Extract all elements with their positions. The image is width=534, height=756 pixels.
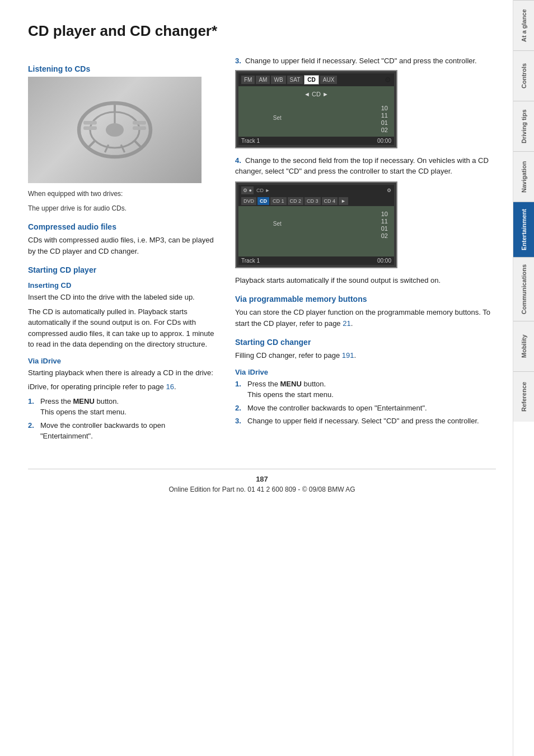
page-title: CD player and CD changer*	[28, 22, 496, 40]
step-text-2: Move the controller backwards to open "E…	[40, 420, 218, 442]
page-link-191[interactable]: 191	[342, 351, 354, 360]
tab-sat: SAT	[287, 76, 303, 84]
list-item: 2. Move the controller backwards to open…	[28, 420, 218, 442]
page-link-21[interactable]: 21	[343, 319, 350, 328]
screen-body-2: Set 10 11 01 02	[238, 206, 394, 256]
num-10: 10	[381, 105, 388, 111]
via-idrive-intro: Starting playback when there is already …	[28, 367, 218, 379]
screen-row-1: Set 10 11 01 02	[242, 104, 391, 133]
page-link-16[interactable]: 16	[166, 382, 174, 391]
step-text-1: Press the MENU button.This opens the sta…	[40, 396, 218, 418]
image-caption-line1: When equipped with two drives:	[28, 189, 218, 199]
step-r-text-1: Press the MENU button.This opens the sta…	[247, 379, 496, 400]
track-label-2: Track 1	[241, 258, 260, 264]
num2-10: 10	[381, 211, 388, 217]
screen-mockup-1: FM AM WB SAT CD AUX ⚙ ◄ CD ► Set	[235, 70, 397, 148]
tab2-cd4: CD 4	[322, 197, 338, 205]
screen-numbers-2: 10 11 01 02	[317, 209, 391, 239]
tab-am: AM	[256, 76, 270, 84]
screen-icon-1: ⚙	[385, 76, 391, 84]
num2-02: 02	[381, 232, 388, 239]
tab-wb: WB	[271, 76, 285, 84]
set-label-1: Set	[242, 115, 313, 121]
sidebar-tab-mobility[interactable]: Mobility	[513, 321, 534, 371]
list-item: 1. Press the MENU button.This opens the …	[28, 396, 218, 418]
num-11: 11	[381, 112, 388, 119]
inserting-text2: The CD is automatically pulled in. Playb…	[28, 306, 218, 350]
listening-heading: Listening to CDs	[28, 64, 218, 73]
screen-numbers-1: 10 11 01 02	[317, 104, 391, 133]
sidebar-tab-reference[interactable]: Reference	[513, 371, 534, 422]
step-num-2: 2.	[28, 420, 37, 442]
screen-track-bar-2: Track 1 00:00	[238, 256, 394, 265]
compressed-heading: Compressed audio files	[28, 222, 218, 231]
right-column: 3. Change to upper field if necessary. S…	[235, 55, 496, 446]
svg-point-9	[106, 123, 124, 137]
list-item-r3: 3. Change to upper field if necessary. S…	[235, 416, 496, 427]
sidebar-tab-controls[interactable]: Controls	[513, 50, 534, 101]
step-r-num-2: 2.	[235, 403, 244, 414]
svg-rect-6	[83, 127, 97, 130]
playback-text: Playback starts automatically if the sou…	[235, 275, 496, 286]
num2-11: 11	[381, 218, 388, 225]
list-item-r2: 2. Move the controller backwards to open…	[235, 403, 496, 414]
tab-fm: FM	[241, 76, 255, 84]
sidebar-tab-navigation[interactable]: Navigation	[513, 151, 534, 202]
screen-set-area-1: Set	[242, 104, 313, 121]
tab2-arrow: ►	[339, 197, 348, 205]
screen-body-1: ◄ CD ► Set 10 11 01 02	[238, 86, 394, 137]
tab2-right-icon: ⚙	[387, 188, 391, 193]
footer: 187 Online Edition for Part no. 01 41 2 …	[28, 469, 496, 493]
step4-text: 4. Change to the second field from the t…	[235, 155, 496, 177]
via-idrive-heading: Via iDrive	[28, 357, 218, 365]
inserting-text1: Insert the CD into the drive with the la…	[28, 292, 218, 303]
idrive-ref: iDrive, for operating principle refer to…	[28, 381, 218, 393]
svg-line-3	[88, 141, 95, 148]
tab2-cd-nav: CD ►	[255, 186, 271, 194]
track-time-1: 00:00	[377, 138, 391, 144]
num-02: 02	[381, 127, 388, 133]
footer-text: Online Edition for Part no. 01 41 2 600 …	[168, 486, 355, 493]
steps-left-list: 1. Press the MENU button.This opens the …	[28, 396, 218, 442]
svg-rect-7	[133, 121, 146, 124]
tab-aux: AUX	[320, 76, 338, 84]
tab2-cd3: CD 3	[305, 197, 321, 205]
svg-line-4	[135, 141, 142, 148]
track-label-1: Track 1	[241, 138, 260, 144]
car-image	[28, 77, 202, 183]
cd-nav-row-1: ◄ CD ►	[242, 90, 391, 99]
screen-tab-row-2: DVD CD CD 1 CD 2 CD 3 CD 4 ►	[238, 196, 394, 206]
tab2-cd1: CD 1	[270, 197, 287, 205]
sidebar-tab-driving-tips[interactable]: Driving tips	[513, 101, 534, 151]
screen-mockup-2: ⚙ ● CD ► ⚙ DVD CD CD 1 CD 2 CD 3 CD 4 ►	[235, 181, 397, 268]
page-number: 187	[28, 475, 496, 483]
step3-text: 3. Change to upper field if necessary. S…	[235, 55, 496, 67]
step-r-text-3: Change to upper field if necessary. Sele…	[247, 416, 496, 427]
num2-01: 01	[381, 225, 388, 232]
tab2-dvd: DVD	[241, 197, 256, 205]
via-programmable-heading: Via programmable memory buttons	[235, 295, 496, 304]
screen-set-area-2: Set	[242, 209, 313, 227]
tab2-cd2: CD 2	[288, 197, 304, 205]
filling-text: Filling CD changer, refer to page 191.	[235, 350, 496, 361]
screen-track-bar-1: Track 1 00:00	[238, 137, 394, 145]
steps-right-list: 1. Press the MENU button.This opens the …	[235, 379, 496, 427]
left-column: Listening to CDs	[28, 55, 218, 446]
list-item-r1: 1. Press the MENU button.This opens the …	[235, 379, 496, 400]
tab2-icon: ⚙ ●	[241, 186, 254, 194]
sidebar-tab-at-a-glance[interactable]: At a glance	[513, 0, 534, 50]
screen-top-bar-2: ⚙ ● CD ► ⚙	[238, 185, 394, 196]
starting-changer-heading: Starting CD changer	[235, 338, 496, 347]
tab-cd-active: CD	[304, 75, 318, 85]
via-programmable-text: You can store the CD player function on …	[235, 307, 496, 329]
step-r-num-3: 3.	[235, 416, 244, 427]
starting-heading: Starting CD player	[28, 265, 218, 274]
image-caption-line2: The upper drive is for audio CDs.	[28, 203, 218, 213]
screen-row-2: Set 10 11 01 02	[242, 209, 391, 239]
sidebar: At a glance Controls Driving tips Naviga…	[513, 0, 534, 756]
step-r-num-1: 1.	[235, 379, 244, 400]
step3-num: 3.	[235, 57, 241, 65]
sidebar-tab-entertainment[interactable]: Entertainment	[513, 202, 534, 257]
sidebar-tab-communications[interactable]: Communications	[513, 257, 534, 321]
svg-rect-5	[83, 121, 97, 124]
